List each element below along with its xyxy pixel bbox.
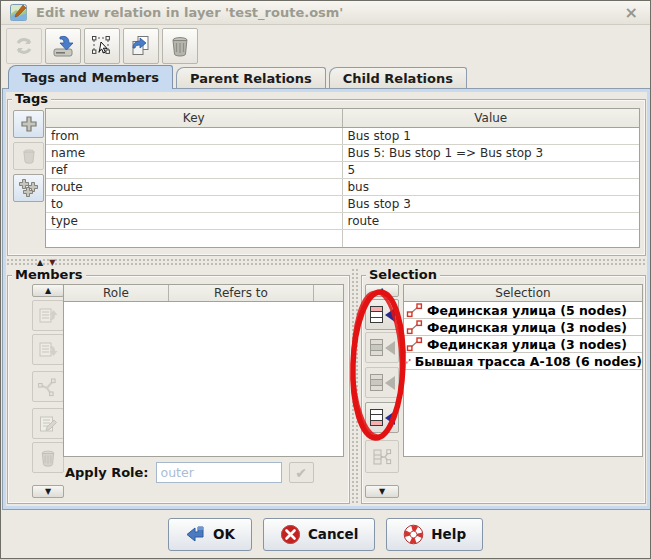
vertical-splitter[interactable] (351, 268, 360, 504)
tags-col-key: Key (46, 109, 343, 127)
blue-left-triangle-icon (385, 308, 395, 322)
add-tag-button[interactable] (13, 110, 44, 138)
tag-value-cell[interactable]: route (343, 213, 640, 229)
selection-table: Selection Фединская улица (5 nodes) (403, 284, 643, 457)
selection-row-label: Фединская улица (3 nodes) (427, 320, 627, 335)
way-links-icon (37, 376, 59, 398)
members-table-header: Role Refers to (64, 285, 343, 302)
scroll-down-icon: ▼ (45, 488, 51, 496)
tag-value-cell[interactable]: 5 (343, 162, 640, 178)
trash-icon (39, 449, 57, 467)
selection-col-header: Selection (404, 285, 642, 301)
ok-button[interactable]: OK (168, 518, 252, 551)
members-col-extra (314, 285, 343, 301)
selection-row[interactable]: Фединская улица (3 nodes) (404, 336, 642, 353)
members-scroll-down-button[interactable]: ▼ (32, 485, 64, 498)
apply-role-row: Apply Role: ✔ (65, 462, 314, 483)
refresh-button[interactable] (6, 28, 42, 64)
members-table-body-empty[interactable] (64, 302, 343, 473)
apply-button[interactable] (45, 28, 81, 64)
tag-key-cell[interactable]: from (46, 128, 343, 144)
selection-row[interactable]: Бывшая трасса А-108 (6 nodes) (404, 353, 642, 370)
members-scroll-up-button[interactable]: ▲ (32, 284, 64, 297)
scroll-up-icon: ▲ (45, 287, 51, 295)
delete-relation-button[interactable] (162, 28, 198, 64)
members-button-strip: ▲ (32, 284, 64, 498)
members-col-role: Role (64, 285, 169, 301)
window-title: Edit new relation in layer 'test_route.o… (36, 5, 613, 20)
blue-left-triangle-icon (385, 411, 395, 425)
way-icon (406, 354, 411, 369)
select-members-button[interactable] (365, 440, 399, 473)
selection-row[interactable]: Фединская улица (5 nodes) (404, 302, 642, 319)
delete-tag-button[interactable] (13, 142, 44, 170)
tag-row[interactable]: ref 5 (46, 162, 639, 179)
selection-scroll-up-button[interactable]: ▲ (365, 284, 399, 297)
cancel-button-label: Cancel (308, 526, 358, 542)
tag-row[interactable]: name Bus 5: Bus stop 1 => Bus stop 3 (46, 145, 639, 162)
toolbar (1, 26, 650, 65)
splitter-collapse-down-icon[interactable]: ▼ (49, 259, 55, 267)
cancel-icon (280, 524, 301, 545)
tag-key-cell[interactable]: to (46, 196, 343, 212)
tab-parent-relations[interactable]: Parent Relations (176, 67, 326, 89)
tab-child-relations[interactable]: Child Relations (329, 67, 467, 89)
move-up-icon (38, 306, 58, 326)
apply-download-icon (51, 34, 75, 58)
tags-button-strip (13, 110, 44, 202)
tab-bar: Tags and Members Parent Relations Child … (3, 65, 648, 89)
add-selection-at-start-button[interactable] (365, 299, 399, 330)
move-member-down-button[interactable] (32, 334, 64, 365)
add-before-icon (370, 339, 383, 356)
cancel-button[interactable]: Cancel (263, 518, 375, 551)
tab-content-panel: Tags (3, 89, 650, 509)
tag-value-cell[interactable]: Bus 5: Bus stop 1 => Bus stop 3 (343, 145, 640, 161)
gray-left-triangle-icon (385, 376, 395, 390)
tag-key-cell[interactable]: ref (46, 162, 343, 178)
add-selection-before-button[interactable] (365, 332, 399, 363)
tag-value-cell[interactable]: Bus stop 3 (343, 196, 640, 212)
apply-role-confirm-button[interactable]: ✔ (289, 462, 314, 483)
add-selection-after-button[interactable] (365, 367, 399, 398)
selection-scroll-down-button[interactable]: ▼ (365, 485, 399, 498)
tag-row[interactable]: type route (46, 213, 639, 230)
tag-value-cell[interactable]: Bus stop 1 (343, 128, 640, 144)
duplicate-relation-button[interactable] (123, 28, 159, 64)
select-relation-button[interactable] (84, 28, 120, 64)
remove-member-button[interactable] (32, 442, 64, 473)
refresh-icon (13, 35, 35, 57)
add-selection-at-end-button[interactable] (365, 402, 399, 433)
add-after-icon (370, 374, 383, 391)
close-button[interactable]: × (622, 5, 641, 21)
apply-role-input[interactable] (156, 462, 282, 483)
move-down-icon (38, 340, 58, 360)
selection-row[interactable]: Фединская улица (3 nodes) (404, 319, 642, 336)
tag-row[interactable]: from Bus stop 1 (46, 128, 639, 145)
tag-value-cell[interactable]: bus (343, 179, 640, 195)
scroll-down-icon: ▼ (379, 488, 385, 496)
tag-key-cell[interactable]: type (46, 213, 343, 229)
tag-row[interactable]: route bus (46, 179, 639, 196)
help-button[interactable]: Help (386, 518, 483, 551)
duplicate-relation-icon (129, 34, 153, 58)
help-button-label: Help (431, 526, 466, 542)
tag-row-empty[interactable] (46, 230, 639, 247)
ok-return-arrow-icon (185, 525, 206, 544)
move-member-up-button[interactable] (32, 300, 64, 331)
tags-col-value: Value (343, 109, 640, 127)
splitter-collapse-up-icon[interactable]: ▲ (37, 259, 43, 267)
tab-tags-and-members[interactable]: Tags and Members (8, 65, 173, 89)
trash-icon (21, 148, 37, 164)
tag-key-cell[interactable]: route (46, 179, 343, 195)
gray-left-triangle-icon (385, 341, 395, 355)
tag-row[interactable]: to Bus stop 3 (46, 196, 639, 213)
edit-member-button[interactable] (32, 408, 64, 439)
paste-tags-button[interactable] (13, 174, 44, 202)
tag-key-cell[interactable]: name (46, 145, 343, 161)
select-members-icon (371, 446, 393, 468)
horizontal-splitter[interactable]: ▲ ▼ (6, 258, 647, 267)
relation-editor-window: Edit new relation in layer 'test_route.o… (0, 0, 651, 559)
reverse-members-button[interactable] (32, 371, 64, 402)
selection-section: Selection ▲ (361, 268, 646, 504)
add-at-start-icon (370, 306, 383, 323)
